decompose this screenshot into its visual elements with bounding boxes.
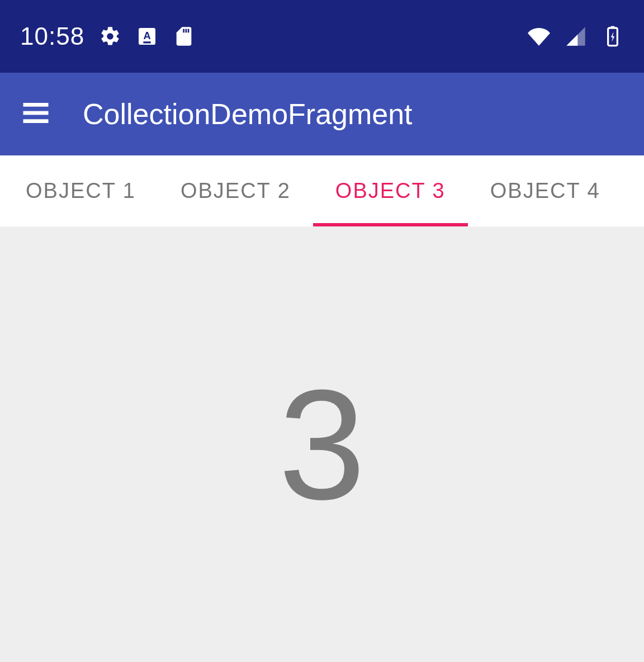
status-right xyxy=(528,25,624,48)
tab-object-1[interactable]: OBJECT 1 xyxy=(3,155,158,226)
status-clock: 10:58 xyxy=(20,22,84,50)
tab-label: OBJECT 4 xyxy=(490,179,600,203)
svg-rect-3 xyxy=(183,29,184,33)
content-area[interactable]: 3 xyxy=(0,227,644,662)
fragment-number: 3 xyxy=(278,366,366,523)
tab-strip: OBJECT 1 OBJECT 2 OBJECT 3 OBJECT 4 xyxy=(0,155,644,227)
hamburger-icon xyxy=(21,98,51,130)
menu-button[interactable] xyxy=(20,98,51,130)
svg-text:A: A xyxy=(143,30,150,41)
svg-rect-8 xyxy=(23,103,49,107)
svg-rect-9 xyxy=(23,111,49,115)
tab-object-3[interactable]: OBJECT 3 xyxy=(313,155,468,226)
tab-label: OBJECT 1 xyxy=(26,179,136,203)
svg-rect-7 xyxy=(611,26,615,28)
svg-rect-2 xyxy=(143,41,150,43)
keyboard-icon: A xyxy=(136,25,158,48)
cell-signal-icon xyxy=(565,25,587,48)
svg-rect-5 xyxy=(188,29,190,33)
status-left: 10:58 A xyxy=(20,22,195,50)
battery-charging-icon xyxy=(602,25,624,48)
sd-card-icon xyxy=(173,25,195,48)
svg-rect-4 xyxy=(186,29,187,33)
gear-icon xyxy=(99,25,121,48)
tab-label: OBJECT 2 xyxy=(181,179,291,203)
tab-object-4[interactable]: OBJECT 4 xyxy=(468,155,623,226)
wifi-icon xyxy=(528,25,550,48)
svg-rect-10 xyxy=(23,119,49,123)
tab-label: OBJECT 3 xyxy=(335,179,446,203)
page-title: CollectionDemoFragment xyxy=(83,97,413,131)
app-bar: CollectionDemoFragment xyxy=(0,73,644,155)
tab-object-2[interactable]: OBJECT 2 xyxy=(158,155,313,226)
status-bar: 10:58 A xyxy=(0,0,644,73)
